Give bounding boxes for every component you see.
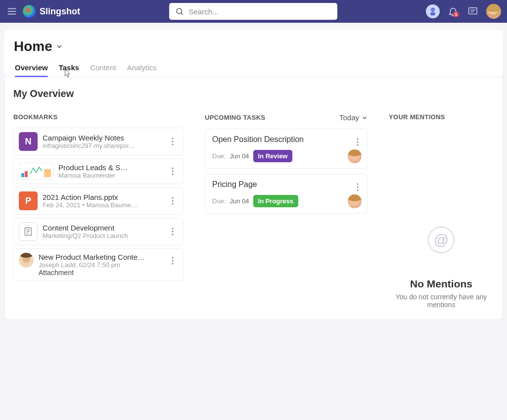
tasks-column: UPCOMING TASKS Today Open Position Descr…: [205, 113, 368, 219]
brand[interactable]: Slingshot: [23, 5, 80, 18]
svg-point-5: [431, 8, 435, 12]
task-due-value: Jun 04: [230, 152, 249, 160]
svg-point-36: [357, 144, 358, 145]
assignee-avatar[interactable]: [348, 149, 362, 163]
task-status-badge: In Progress: [253, 195, 299, 207]
svg-point-20: [172, 173, 173, 175]
svg-rect-9: [469, 8, 477, 14]
chart-thumbnail-icon: [19, 163, 53, 180]
chevron-down-icon[interactable]: [55, 43, 63, 50]
bookmark-item[interactable]: P 2021 Action Plans.pptx Feb 24, 2021 • …: [13, 187, 184, 215]
svg-point-37: [357, 183, 358, 185]
tasks-header: UPCOMING TASKS: [205, 114, 265, 121]
tab-tasks[interactable]: Tasks: [59, 63, 79, 77]
doc-icon: [19, 222, 38, 241]
svg-point-30: [172, 233, 173, 235]
task-due-label: Due:: [212, 152, 226, 160]
svg-rect-17: [44, 169, 51, 177]
bookmark-sub: Marketing/Q2 Product Launch: [43, 232, 162, 239]
bookmark-menu-button[interactable]: [167, 134, 179, 149]
bookmark-text: Campaign Weekly Notes infragisticsinc297…: [43, 134, 162, 149]
task-title: Pricing Page: [212, 180, 361, 189]
svg-rect-15: [21, 173, 24, 177]
person-avatar-icon: [19, 253, 34, 268]
tab-overview[interactable]: Overview: [15, 63, 48, 77]
search-box[interactable]: [169, 3, 337, 20]
mentions-empty-sub: You do not currently have any mentions: [389, 293, 493, 309]
svg-point-8: [433, 9, 434, 10]
svg-point-21: [172, 197, 173, 198]
bookmark-text: New Product Marketing Conte… Joseph Ladd…: [39, 253, 162, 277]
user-avatar[interactable]: [486, 4, 501, 19]
svg-rect-16: [25, 171, 28, 177]
section-title: My Overview: [13, 88, 494, 99]
bookmark-sub: Marissa Baumeister: [58, 172, 162, 179]
task-item[interactable]: Open Position Description Due: Jun 04 In…: [205, 129, 368, 169]
svg-line-4: [181, 13, 183, 15]
svg-point-23: [172, 203, 173, 204]
onenote-icon: N: [19, 132, 38, 151]
tab-label: Analytics: [127, 63, 157, 72]
bookmark-sub: infragisticsinc297-my.sharepoi…: [43, 142, 162, 149]
tab-label: Content: [90, 63, 116, 72]
task-item[interactable]: Pricing Page Due: Jun 04 In Progress: [205, 174, 368, 214]
header-actions: 1: [426, 4, 501, 19]
bookmark-menu-button[interactable]: [167, 163, 179, 179]
svg-point-13: [172, 140, 173, 142]
svg-rect-6: [430, 12, 435, 16]
bookmark-sub: Feb 24, 2021 • Marissa Baume…: [43, 201, 162, 209]
task-menu-button[interactable]: [352, 134, 364, 150]
bookmark-text: Product Leads & S… Marissa Baumeister: [58, 163, 162, 179]
svg-point-31: [172, 257, 173, 258]
bookmark-item[interactable]: Product Leads & S… Marissa Baumeister: [13, 158, 184, 184]
menu-button[interactable]: [6, 5, 18, 17]
tab-analytics[interactable]: Analytics: [127, 63, 157, 77]
bookmark-item[interactable]: New Product Marketing Conte… Joseph Ladd…: [13, 248, 184, 281]
assignee-avatar[interactable]: [348, 194, 362, 208]
svg-point-33: [172, 263, 173, 264]
bookmark-sub: Joseph Ladd, 02/24 7:50 pm: [39, 261, 162, 269]
assistant-avatar[interactable]: [426, 4, 440, 18]
task-due-label: Due:: [212, 197, 226, 205]
filter-label: Today: [339, 113, 359, 122]
svg-point-32: [172, 260, 173, 261]
mentions-column: YOUR MENTIONS @ No Mentions You do not c…: [389, 113, 494, 309]
svg-point-3: [177, 8, 182, 14]
bookmark-menu-button[interactable]: [167, 193, 179, 209]
bookmark-title: Campaign Weekly Notes: [43, 134, 162, 142]
page-card: Home Overview Tasks Content Analytics: [4, 30, 503, 77]
bookmark-title: New Product Marketing Conte…: [39, 253, 162, 261]
notification-badge: 1: [453, 11, 459, 17]
tab-label: Overview: [15, 63, 48, 72]
powerpoint-icon: P: [19, 191, 38, 210]
bookmark-item[interactable]: N Campaign Weekly Notes infragisticsinc2…: [13, 128, 184, 155]
bookmark-menu-button[interactable]: [167, 224, 179, 239]
mentions-empty-state: @ No Mentions You do not currently have …: [389, 227, 494, 309]
mentions-header: YOUR MENTIONS: [389, 113, 494, 121]
at-icon: @: [428, 227, 455, 253]
svg-point-29: [172, 231, 173, 232]
bookmark-menu-button[interactable]: [167, 253, 179, 269]
messages-button[interactable]: [466, 5, 479, 18]
svg-point-12: [172, 138, 173, 139]
notifications-button[interactable]: 1: [447, 5, 460, 18]
cursor-icon: [63, 68, 72, 79]
top-header: Slingshot 1: [0, 0, 507, 23]
tabs: Overview Tasks Content Analytics: [4, 57, 503, 77]
task-menu-button[interactable]: [352, 179, 364, 195]
bookmark-item[interactable]: Content Development Marketing/Q2 Product…: [13, 218, 184, 245]
bookmarks-header: BOOKMARKS: [13, 113, 184, 121]
svg-point-35: [357, 141, 358, 142]
page-title-row: Home: [4, 30, 503, 57]
tasks-filter-dropdown[interactable]: Today: [339, 113, 368, 122]
svg-point-7: [432, 9, 433, 10]
mentions-empty-title: No Mentions: [410, 278, 472, 290]
search-icon: [175, 7, 184, 16]
bookmark-title: Product Leads & S…: [58, 163, 162, 172]
brand-logo-icon: [23, 5, 36, 18]
bookmark-text: 2021 Action Plans.pptx Feb 24, 2021 • Ma…: [43, 193, 162, 209]
task-status-badge: In Review: [253, 150, 293, 162]
bookmarks-column: BOOKMARKS N Campaign Weekly Notes infrag…: [13, 113, 184, 284]
search-input[interactable]: [189, 7, 331, 16]
tab-content[interactable]: Content: [90, 63, 116, 77]
